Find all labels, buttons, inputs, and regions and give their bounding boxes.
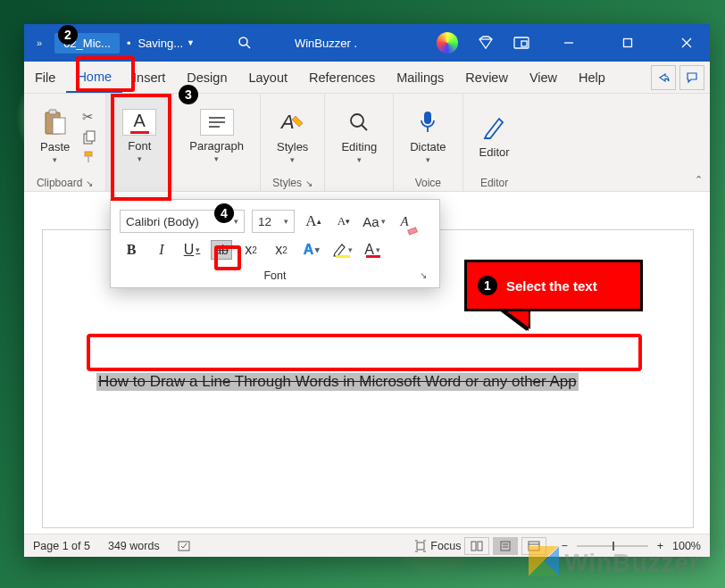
chevron-down-icon: ▼ bbox=[187, 38, 195, 47]
chevron-down-icon: ▾ bbox=[357, 155, 362, 164]
editing-button[interactable]: Editing ▾ bbox=[334, 104, 384, 168]
comments-button[interactable] bbox=[679, 65, 704, 90]
group-label-clipboard: Clipboard bbox=[37, 177, 82, 189]
chevron-down-icon: ▾ bbox=[214, 154, 219, 163]
styles-button[interactable]: A Styles ▾ bbox=[270, 104, 315, 168]
italic-button[interactable]: I bbox=[150, 238, 173, 261]
maximize-button[interactable] bbox=[608, 24, 647, 62]
svg-rect-11 bbox=[53, 118, 65, 134]
print-layout-button[interactable] bbox=[493, 537, 518, 555]
underline-button[interactable]: U▾ bbox=[180, 238, 204, 261]
tab-review[interactable]: Review bbox=[454, 63, 519, 92]
svg-line-21 bbox=[362, 125, 367, 130]
word-count[interactable]: 349 words bbox=[108, 540, 160, 552]
launcher-icon[interactable]: ↘ bbox=[420, 270, 427, 280]
step-marker-3: 3 bbox=[179, 85, 198, 104]
spellcheck-icon[interactable] bbox=[178, 540, 192, 552]
group-label-voice: Voice bbox=[415, 177, 441, 189]
paste-icon bbox=[41, 108, 70, 137]
close-button[interactable] bbox=[667, 24, 706, 62]
font-size-select[interactable]: 12▾ bbox=[252, 210, 295, 233]
editor-button[interactable]: Editor bbox=[472, 110, 517, 162]
account-avatar[interactable] bbox=[437, 32, 458, 54]
svg-rect-15 bbox=[88, 156, 89, 162]
winbuzzer-logo-icon bbox=[529, 546, 559, 576]
svg-rect-14 bbox=[85, 152, 92, 156]
svg-rect-13 bbox=[87, 131, 95, 141]
svg-rect-28 bbox=[478, 542, 482, 551]
clear-formatting-button[interactable]: A bbox=[393, 210, 416, 233]
group-editing: Editing ▾ bbox=[325, 94, 394, 191]
minimize-button[interactable] bbox=[549, 24, 588, 62]
chevron-down-icon: ▾ bbox=[290, 155, 295, 164]
annotation-selected-text bbox=[87, 334, 642, 371]
selected-text[interactable]: How to Draw a Line Through Words in Micr… bbox=[96, 373, 579, 391]
step-marker-1: 1 bbox=[478, 276, 497, 295]
svg-rect-29 bbox=[501, 542, 510, 551]
svg-point-0 bbox=[239, 37, 247, 46]
save-dot: • bbox=[127, 37, 131, 50]
highlight-button[interactable]: ▾ bbox=[330, 238, 354, 261]
focus-button[interactable]: Focus bbox=[414, 540, 461, 552]
editor-icon bbox=[480, 113, 509, 142]
subscript-button[interactable]: x2 bbox=[239, 238, 262, 261]
format-painter-icon[interactable] bbox=[82, 150, 96, 164]
tab-layout[interactable]: Layout bbox=[238, 63, 298, 92]
step-marker-4: 4 bbox=[214, 203, 234, 223]
launcher-icon[interactable]: ↘ bbox=[305, 178, 312, 188]
launcher-icon[interactable]: ↘ bbox=[86, 178, 93, 188]
copy-icon[interactable] bbox=[82, 130, 96, 145]
tab-mailings[interactable]: Mailings bbox=[386, 63, 454, 92]
chevron-down-icon: ▾ bbox=[196, 245, 200, 254]
paste-button[interactable]: Paste ▾ bbox=[33, 104, 77, 168]
chevron-down-icon: ▾ bbox=[376, 245, 380, 254]
group-editor: Editor Editor bbox=[463, 94, 526, 191]
svg-rect-4 bbox=[521, 41, 527, 46]
search-icon[interactable] bbox=[238, 36, 252, 50]
dictate-button[interactable]: Dictate ▾ bbox=[403, 104, 453, 168]
group-label-editor: Editor bbox=[480, 177, 508, 189]
tab-references[interactable]: References bbox=[298, 63, 386, 92]
cut-icon[interactable]: ✂ bbox=[82, 109, 96, 125]
chevron-down-icon: ▾ bbox=[348, 245, 353, 254]
change-case-button[interactable]: Aa▾ bbox=[362, 210, 386, 233]
collapse-ribbon-icon[interactable]: ⌃ bbox=[695, 174, 703, 186]
qat-overflow-icon[interactable]: » bbox=[31, 37, 47, 48]
paragraph-button[interactable]: Paragraph ▾ bbox=[182, 105, 251, 167]
chevron-down-icon: ▾ bbox=[53, 155, 57, 164]
page-indicator[interactable]: Page 1 of 5 bbox=[33, 540, 90, 552]
svg-point-20 bbox=[351, 114, 363, 127]
group-clipboard: Paste ▾ ✂ Clipboard↘ bbox=[24, 94, 106, 191]
paragraph-icon bbox=[200, 109, 234, 136]
increase-font-button[interactable]: A▴ bbox=[302, 210, 325, 233]
read-mode-button[interactable] bbox=[464, 537, 489, 555]
font-color-button[interactable]: A▾ bbox=[361, 238, 384, 261]
tab-view[interactable]: View bbox=[519, 63, 568, 92]
svg-rect-6 bbox=[624, 39, 632, 47]
svg-rect-22 bbox=[424, 112, 431, 124]
search-icon bbox=[345, 108, 373, 137]
share-button[interactable] bbox=[651, 65, 676, 90]
watermark: WinBuzzer bbox=[529, 546, 700, 577]
callout-text: Select the text bbox=[506, 278, 597, 294]
bold-button[interactable]: B bbox=[120, 238, 143, 261]
svg-rect-26 bbox=[417, 542, 424, 550]
decrease-font-button[interactable]: A▾ bbox=[332, 210, 355, 233]
ribbon-mode-icon[interactable] bbox=[513, 37, 529, 49]
diamond-icon[interactable] bbox=[478, 35, 494, 51]
chevron-down-icon: ▾ bbox=[381, 217, 386, 226]
chevron-down-icon: ▾ bbox=[426, 155, 430, 164]
group-paragraph: Paragraph ▾ bbox=[173, 94, 261, 191]
svg-line-1 bbox=[246, 45, 250, 48]
superscript-button[interactable]: x2 bbox=[270, 238, 293, 261]
tab-help[interactable]: Help bbox=[568, 63, 616, 92]
tab-file[interactable]: File bbox=[24, 63, 66, 92]
group-label-styles: Styles bbox=[272, 177, 302, 189]
callout-select-text: 1 Select the text bbox=[464, 260, 643, 311]
chevron-down-icon: ▾ bbox=[234, 217, 238, 226]
save-status[interactable]: Saving... ▼ bbox=[138, 37, 195, 50]
annotation-font-group bbox=[111, 94, 171, 201]
text-effects-button[interactable]: A▾ bbox=[300, 238, 323, 261]
chevron-down-icon: ▾ bbox=[315, 245, 320, 254]
font-dropdown-panel: Calibri (Body)▾ 12▾ A▴ A▾ Aa▾ A B I U▾ a… bbox=[110, 199, 440, 288]
